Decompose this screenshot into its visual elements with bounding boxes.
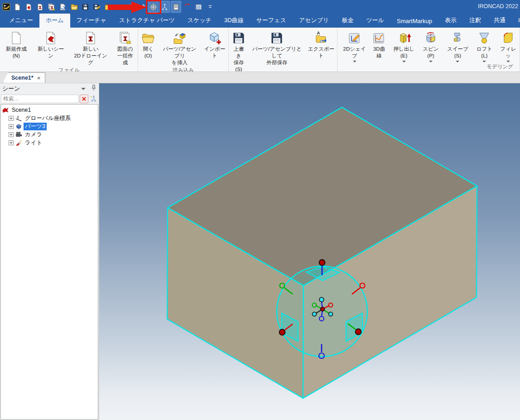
scene-icon xyxy=(2,107,9,113)
tab-assembly[interactable]: アセンブリ xyxy=(293,14,336,28)
new-document-icon[interactable] xyxy=(12,1,23,13)
open-button[interactable]: 開く(O) xyxy=(138,30,158,60)
export-icon[interactable] xyxy=(103,1,113,13)
tab-view[interactable]: 表示 xyxy=(438,14,463,28)
undo-icon[interactable] xyxy=(125,1,136,13)
customize-list-icon[interactable] xyxy=(193,1,204,13)
panel-dropdown-icon[interactable] xyxy=(81,88,86,90)
expand-plus-icon[interactable] xyxy=(9,116,14,121)
more-commands-icon[interactable] xyxy=(205,1,215,13)
close-tab-icon[interactable]: × xyxy=(37,75,41,81)
ribbon: 新規作成(N) 新しいシーン 新しい 2Dドローイング 図面の 一括作成 ファイ… xyxy=(0,28,520,72)
save-button[interactable]: 上書き 保存(S) xyxy=(229,30,249,72)
search-filter-icon[interactable] xyxy=(89,95,98,103)
batch-drawing-icon[interactable] xyxy=(46,1,57,13)
fillet-button[interactable]: フィレッ xyxy=(497,30,520,63)
tree-item-global-coords[interactable]: グローバル座標系 xyxy=(2,114,97,122)
tab-feature[interactable]: フィーチャ xyxy=(70,14,113,28)
dropdown-caret[interactable] xyxy=(429,61,433,62)
new-button[interactable]: 新規作成(N) xyxy=(0,30,32,60)
tab-structured-parts[interactable]: ストラクチャ パーツ xyxy=(113,14,181,28)
tab-sheet-metal[interactable]: 板金 xyxy=(335,14,360,28)
open-folder-icon[interactable] xyxy=(69,1,79,13)
import-button[interactable]: インポート xyxy=(201,30,228,60)
redo-icon[interactable] xyxy=(137,1,147,13)
tree-item-light[interactable]: ライト xyxy=(2,138,97,147)
triball-icon[interactable] xyxy=(148,1,159,13)
dropdown-caret[interactable] xyxy=(353,61,356,62)
update-refresh-icon[interactable] xyxy=(182,1,193,13)
expand-plus-icon[interactable] xyxy=(9,140,14,145)
new-2d-drawing-button[interactable]: 新しい 2Dドローイング xyxy=(69,30,112,67)
panel-title: シーン xyxy=(2,85,81,93)
tree-item-camera[interactable]: カメラ xyxy=(2,130,97,138)
save-icon xyxy=(231,30,246,46)
new-document-icon xyxy=(9,30,24,46)
2d-shape-button[interactable]: 2Dシェイプ xyxy=(340,30,369,63)
new-2d-drawing-icon xyxy=(83,30,98,46)
insert-part-icon[interactable] xyxy=(114,1,125,13)
spin-button[interactable]: スピン(P) xyxy=(419,30,443,63)
dropdown-caret[interactable] xyxy=(402,61,406,62)
export-icon xyxy=(313,30,329,46)
loft-icon xyxy=(477,30,492,46)
tab-smartmarkup[interactable]: SmartMarkup xyxy=(390,15,438,28)
axes-icon xyxy=(15,115,22,121)
new-scene-button[interactable]: 新しいシーン xyxy=(33,30,69,60)
tab-synergy-client[interactable]: IronCAD Synergyクライアン xyxy=(512,14,520,28)
new-scene-icon xyxy=(43,30,58,46)
ironcad-logo-icon[interactable] xyxy=(1,1,11,13)
ribbon-tab-bar: メニュー ホーム フィーチャ ストラクチャ パーツ スケッチ 3D曲線 サーフェ… xyxy=(0,14,520,28)
save-icon[interactable] xyxy=(80,1,91,13)
batch-drawing-button[interactable]: 図面の 一括作成 xyxy=(112,30,138,67)
expand-plus-icon[interactable] xyxy=(9,124,14,129)
sweep-button[interactable]: スイープ(S) xyxy=(443,30,472,63)
open-folder-icon xyxy=(140,30,156,46)
expand-plus-icon[interactable] xyxy=(9,132,14,137)
open-document-icon[interactable] xyxy=(58,1,68,13)
ribbon-group-modeling: 2Dシェイプ 3D曲線 押し出し(E) スピン(P) xyxy=(337,28,520,72)
dropdown-caret[interactable] xyxy=(456,61,459,62)
scene-browser-panel: シーン Scene1 グローバル座標系 xyxy=(0,83,99,420)
new-scene-icon[interactable] xyxy=(24,1,34,13)
save-external-button[interactable]: パーツ/アセンブリとして 外部保存 xyxy=(249,30,305,67)
tab-home[interactable]: ホーム xyxy=(39,14,70,28)
insert-part-assembly-icon xyxy=(172,30,188,46)
tab-surface[interactable]: サーフェス xyxy=(250,14,293,28)
loft-button[interactable]: ロフト(L) xyxy=(472,30,496,63)
tree-item-scene1[interactable]: Scene1 xyxy=(2,106,97,114)
viewport-3d[interactable] xyxy=(99,83,520,420)
save-as-icon[interactable] xyxy=(91,1,102,13)
quick-access-toolbar xyxy=(1,1,215,13)
ribbon-group-save: 上書き 保存(S) パーツ/アセンブリとして 外部保存 エクスポート 書き出し xyxy=(229,28,337,72)
tab-menu[interactable]: メニュー xyxy=(3,14,39,28)
tab-3d-curve[interactable]: 3D曲線 xyxy=(218,14,250,28)
tab-sketch[interactable]: スケッチ xyxy=(181,14,218,28)
insert-part-assembly-button[interactable]: パーツ/アセンブリ を挿入 xyxy=(159,30,201,67)
camera-icon xyxy=(15,131,22,138)
tab-tools[interactable]: ツール xyxy=(360,14,390,28)
extrude-button[interactable]: 押し出し(E) xyxy=(390,30,418,63)
save-external-icon xyxy=(269,30,284,46)
pin-icon[interactable] xyxy=(91,85,96,93)
3d-curve-icon xyxy=(371,30,387,46)
document-tab-bar: Scene1* × xyxy=(0,72,520,83)
drawing-sheet-icon[interactable] xyxy=(171,1,181,13)
document-tab-scene1[interactable]: Scene1* × xyxy=(3,72,45,83)
tree-item-part3[interactable]: パーツ3 xyxy=(2,122,97,130)
new-2d-drawing-icon[interactable] xyxy=(35,1,45,13)
clear-search-icon[interactable] xyxy=(80,95,88,103)
window-title: IRONCAD 2022 (M xyxy=(478,3,520,10)
2d-shape-icon xyxy=(347,30,362,46)
tab-common[interactable]: 共通 xyxy=(487,14,512,28)
3d-curve-button[interactable]: 3D曲線 xyxy=(369,30,389,60)
dropdown-caret[interactable] xyxy=(506,61,510,62)
scene-svg xyxy=(99,83,520,420)
export-button[interactable]: エクスポート xyxy=(305,30,337,60)
tab-annotation[interactable]: 注釈 xyxy=(463,14,487,28)
group-label-load: 読み込み xyxy=(138,67,228,72)
search-input[interactable] xyxy=(1,95,79,103)
attachment-points-icon[interactable] xyxy=(159,1,170,13)
spin-icon xyxy=(423,30,438,46)
dropdown-caret[interactable] xyxy=(482,61,486,62)
